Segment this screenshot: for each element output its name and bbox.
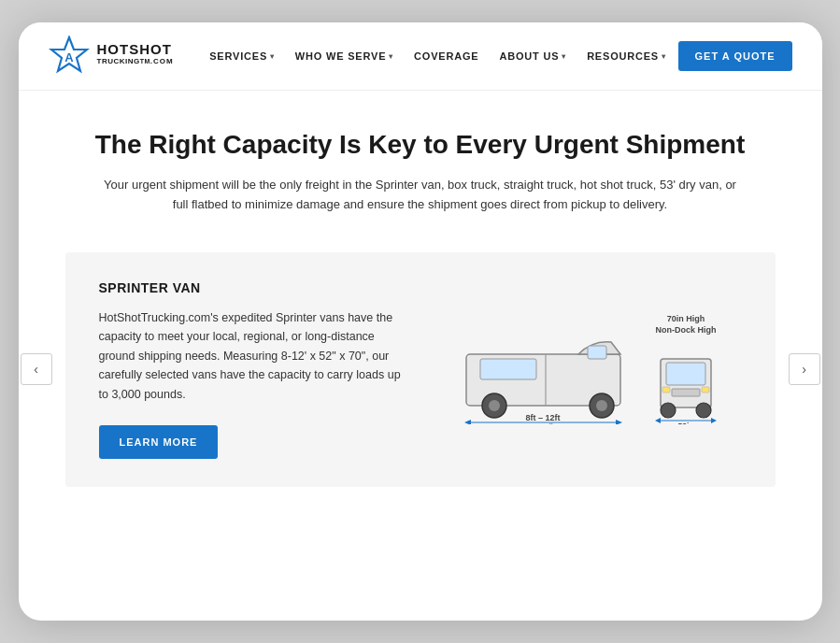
hero-heading: The Right Capacity Is Key to Every Urgen… (93, 128, 747, 161)
svg-marker-23 (655, 418, 661, 423)
svg-text:A: A (64, 50, 74, 64)
svg-point-9 (596, 400, 607, 411)
slide-title: SPRINTER VAN (99, 280, 406, 295)
tablet-frame: A HOTSHOT TRUCKINGTM.COM SERVICES ▾ WHO … (19, 22, 822, 621)
logo-icon: A (49, 36, 90, 77)
nav-item-who-we-serve[interactable]: WHO WE SERVE ▾ (295, 50, 393, 62)
svg-marker-24 (711, 418, 717, 423)
svg-point-7 (489, 400, 500, 411)
chevron-left-icon: ‹ (34, 362, 38, 377)
nav-item-services[interactable]: SERVICES ▾ (209, 50, 275, 62)
svg-marker-12 (616, 420, 622, 424)
van-side-view: 8ft – 12ft 3,000 lbs (457, 322, 644, 424)
van-illustration: 8ft – 12ft 3,000 lbs 70in HighNon-Dock H… (457, 314, 719, 423)
svg-rect-19 (702, 387, 709, 393)
svg-rect-17 (672, 389, 700, 396)
svg-text:52in: 52in (677, 422, 693, 424)
slider-next-button[interactable]: › (789, 353, 820, 385)
van-height-label: 70in HighNon-Dock High (656, 314, 717, 336)
logo-area: A HOTSHOT TRUCKINGTM.COM (49, 36, 198, 77)
nav-links: SERVICES ▾ WHO WE SERVE ▾ COVERAGE ABOUT… (198, 50, 678, 62)
logo-hotshot: HOTSHOT (97, 42, 174, 58)
svg-marker-11 (464, 420, 471, 424)
chevron-down-icon: ▾ (389, 52, 393, 61)
svg-point-21 (696, 403, 711, 418)
chevron-down-icon: ▾ (270, 52, 275, 61)
navbar: A HOTSHOT TRUCKINGTM.COM SERVICES ▾ WHO … (19, 22, 822, 91)
slider-section: ‹ › SPRINTER VAN HotShotTrucking.com's e… (65, 252, 776, 487)
hero-section: The Right Capacity Is Key to Every Urgen… (19, 91, 822, 234)
nav-item-resources[interactable]: RESOURCES ▾ (587, 50, 666, 62)
learn-more-button[interactable]: LEARN MORE (99, 425, 219, 459)
svg-rect-3 (588, 346, 606, 359)
svg-point-20 (661, 403, 676, 418)
get-a-quote-button[interactable]: GET A QUOTE (678, 41, 792, 71)
chevron-right-icon: › (802, 362, 806, 377)
nav-item-coverage[interactable]: COVERAGE (414, 50, 478, 62)
chevron-down-icon: ▾ (662, 52, 666, 61)
slider-prev-button[interactable]: ‹ (21, 353, 52, 385)
van-front-svg: 52in (653, 340, 719, 424)
van-side-svg: 8ft – 12ft 3,000 lbs (457, 322, 644, 424)
slide-image: 8ft – 12ft 3,000 lbs 70in HighNon-Dock H… (434, 314, 742, 423)
slide-content: SPRINTER VAN HotShotTrucking.com's exped… (99, 280, 742, 459)
logo-trucking: TRUCKINGTM.COM (97, 58, 174, 70)
van-front-view: 70in HighNon-Dock High (653, 314, 719, 423)
slide-text: SPRINTER VAN HotShotTrucking.com's exped… (99, 280, 406, 459)
svg-rect-16 (666, 363, 705, 385)
slide-description: HotShotTrucking.com's expedited Sprinter… (99, 308, 406, 405)
hero-subtext: Your urgent shipment will be the only fr… (103, 176, 738, 215)
svg-rect-4 (480, 359, 536, 379)
logo-text: HOTSHOT TRUCKINGTM.COM (97, 42, 174, 69)
svg-rect-18 (662, 387, 670, 393)
nav-item-about-us[interactable]: ABOUT US ▾ (499, 50, 566, 62)
svg-text:8ft – 12ft: 8ft – 12ft (525, 413, 560, 422)
svg-text:3,000 lbs: 3,000 lbs (526, 422, 561, 424)
chevron-down-icon: ▾ (562, 52, 566, 61)
